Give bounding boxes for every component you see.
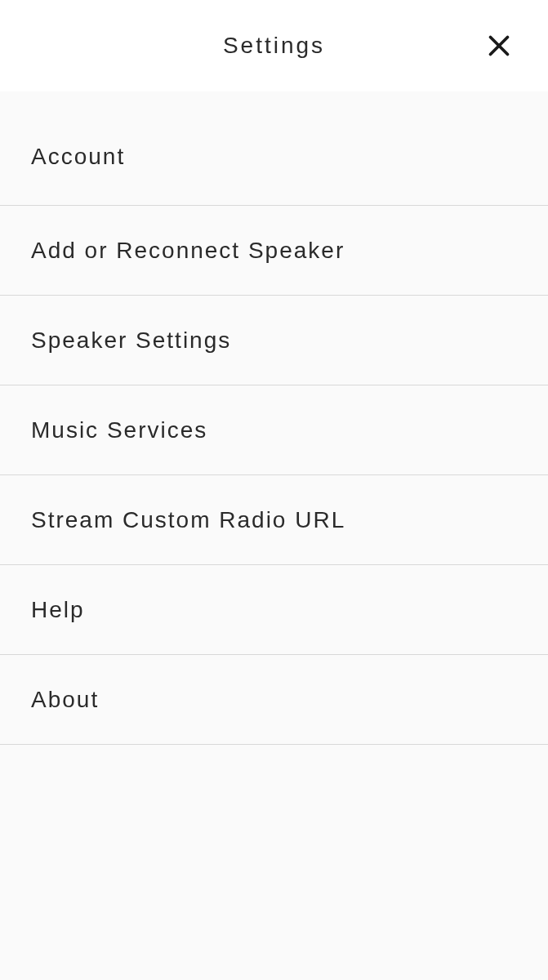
header: Settings <box>0 0 548 91</box>
menu-item-label: Speaker Settings <box>31 327 231 354</box>
menu-item-speaker-settings[interactable]: Speaker Settings <box>0 296 548 385</box>
menu-item-label: Add or Reconnect Speaker <box>31 238 345 264</box>
menu-item-music-services[interactable]: Music Services <box>0 385 548 475</box>
menu-item-account[interactable]: Account <box>0 91 548 206</box>
menu-item-label: About <box>31 687 99 713</box>
close-button[interactable] <box>483 29 515 62</box>
menu-item-label: Music Services <box>31 417 207 443</box>
page-title: Settings <box>223 33 325 59</box>
menu-item-add-reconnect-speaker[interactable]: Add or Reconnect Speaker <box>0 206 548 296</box>
menu-item-label: Account <box>31 144 125 170</box>
settings-menu: Account Add or Reconnect Speaker Speaker… <box>0 91 548 745</box>
menu-item-about[interactable]: About <box>0 655 548 745</box>
menu-item-stream-custom-radio-url[interactable]: Stream Custom Radio URL <box>0 475 548 565</box>
menu-item-label: Stream Custom Radio URL <box>31 507 345 533</box>
close-icon <box>484 31 514 60</box>
menu-item-help[interactable]: Help <box>0 565 548 655</box>
menu-item-label: Help <box>31 597 85 623</box>
